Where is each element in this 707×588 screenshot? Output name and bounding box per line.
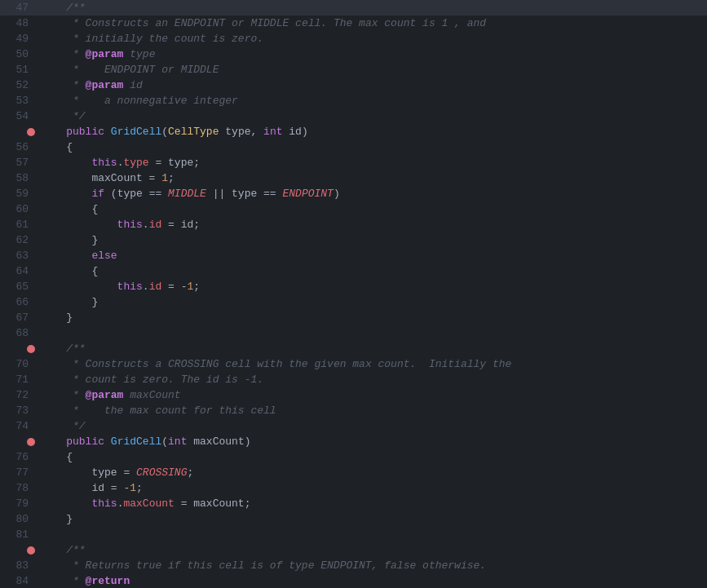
code-token: { [41,451,73,463]
line-number: 76 [0,449,37,465]
code-token [41,250,91,262]
code-token: { [41,203,98,215]
code-line: 74 */ [0,418,707,434]
line-content: * Constructs a CROSSING cell with the gi… [37,356,707,372]
code-token: CROSSING [168,358,219,370]
code-line: 79 this.maxCount = maxCount; [0,496,707,511]
line-number: 59 [0,186,37,201]
line-number: 69 [0,341,37,356]
code-token: ( [161,435,168,448]
code-token: } [41,234,98,246]
code-token: * Returns true if this cell is of type E… [41,559,486,572]
code-token: this [41,281,143,293]
code-line: 84 * @return [0,573,707,588]
code-token: GridCell [111,126,161,138]
line-content [37,527,707,542]
code-token: this [41,157,117,169]
code-line: 47 /** [0,0,707,15]
line-content: * @return [37,573,707,588]
code-token: type, [219,126,263,138]
line-content: } [37,511,707,527]
code-token [41,188,91,200]
code-line: 73 * the max count for this cell [0,403,707,418]
code-token: or [225,17,250,29]
code-token: @param [86,389,124,401]
code-line: 75 public GridCell(int maxCount) [0,434,707,449]
code-token: type [123,157,148,169]
line-number: 60 [0,201,37,217]
line-number: 73 [0,403,37,418]
line-content: * @param maxCount [37,387,707,403]
code-token: . [143,219,149,231]
code-token: this [41,497,117,510]
code-token: ; [193,281,200,293]
code-token: ; [187,466,193,479]
code-line: 70 * Constructs a CROSSING cell with the… [0,356,707,372]
code-token: id) [283,126,308,138]
line-content: */ [37,418,707,434]
code-token: id [149,281,162,293]
code-line: 66 } [0,294,707,310]
code-line: 65 this.id = -1; [0,279,707,294]
code-token: */ [41,420,86,432]
code-token: id = - [41,482,130,494]
line-number: 77 [0,465,37,480]
line-content: type = CROSSING; [37,465,707,480]
code-token: 1 [161,172,168,184]
code-token: maxCount [123,497,174,510]
line-number: 74 [0,418,37,434]
line-number: 55 [0,124,37,139]
code-token: * [41,575,86,587]
code-line: 56 { [0,139,707,155]
code-token: else [91,250,117,262]
code-line: 50 * @param type [0,46,707,62]
line-number: 61 [0,217,37,232]
line-content: /** [37,0,707,15]
line-content: * @param id [37,77,707,93]
code-token: MIDDLE [250,17,289,29]
line-number: 52 [0,77,37,93]
code-line: 51 * ENDPOINT or MIDDLE [0,62,707,77]
code-line: 80 } [0,511,707,527]
code-token: { [41,141,73,153]
code-token: 1 [130,482,136,494]
code-token: * ENDPOINT or MIDDLE [41,64,219,76]
code-token: cell with the given max count. Initially… [219,358,511,370]
line-number: 71 [0,372,37,387]
breakpoint-dot [27,345,35,353]
code-line: 83 * Returns true if this cell is of typ… [0,558,707,573]
code-token: this [41,219,143,231]
breakpoint-dot [27,438,35,446]
code-line: 82 /** [0,542,707,558]
code-token: * [41,48,86,60]
line-number: 57 [0,155,37,170]
code-token: */ [41,110,86,122]
code-line: 61 this.id = id; [0,217,707,232]
code-token: = maxCount; [175,497,251,510]
code-token: if [91,188,104,200]
code-token: MIDDLE [168,188,206,200]
code-token: ENDPOINT [175,17,225,29]
code-line: 77 type = CROSSING; [0,465,707,480]
code-token: || type == [206,188,283,200]
code-line: 62 } [0,232,707,248]
code-token: * [41,389,86,401]
code-line: 53 * a nonnegative integer [0,93,707,108]
code-line: 60 { [0,201,707,217]
code-token: maxCount [123,389,180,401]
code-token: . [143,281,149,293]
code-line: 55 public GridCell(CellType type, int id… [0,124,707,139]
code-token: GridCell [111,435,161,448]
line-number: 47 [0,0,37,15]
code-line: 78 id = -1; [0,480,707,496]
line-content: * @param type [37,46,707,62]
code-token: @param [86,48,124,60]
code-line: 52 * @param id [0,77,707,93]
line-number: 70 [0,356,37,372]
code-token: int [168,435,187,448]
code-token: type = [41,466,136,479]
line-content: * Returns true if this cell is of type E… [37,558,707,573]
line-content: } [37,310,707,325]
code-line: 64 { [0,263,707,279]
line-content: } [37,294,707,310]
